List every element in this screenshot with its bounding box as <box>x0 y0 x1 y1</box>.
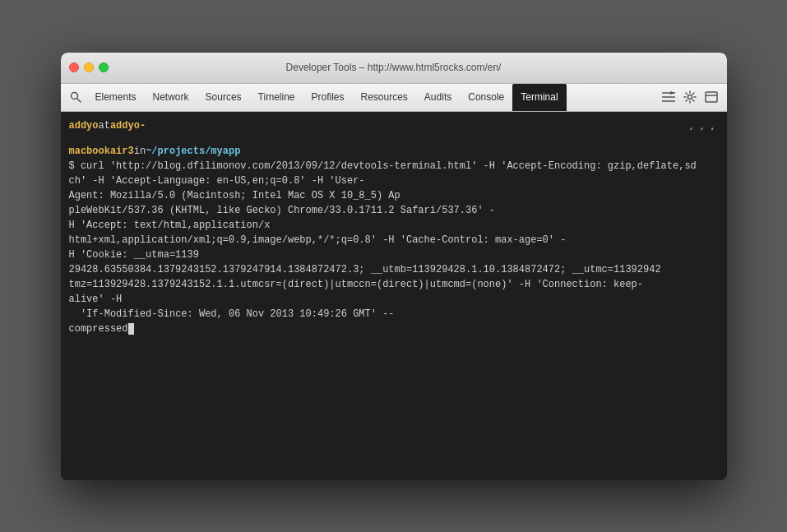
svg-line-1 <box>77 99 81 102</box>
terminal-output: $ curl 'http://blog.dfilimonov.com/2013/… <box>69 159 719 336</box>
tab-network[interactable]: Network <box>145 84 197 111</box>
tab-sources[interactable]: Sources <box>197 84 250 111</box>
hostname-cont: macbookair3 <box>69 144 134 159</box>
terminal-header: addyo at addyo- ··· <box>69 118 719 141</box>
titlebar: Developer Tools – http://www.html5rocks.… <box>61 53 727 84</box>
toolbar-right <box>660 88 720 106</box>
prompt-line-2: macbookair3 in ~/projects/myapp <box>69 144 719 159</box>
terminal-options-dots[interactable]: ··· <box>687 118 718 141</box>
close-button[interactable] <box>69 62 79 72</box>
terminal-cursor <box>128 323 134 335</box>
tab-profiles[interactable]: Profiles <box>303 84 352 111</box>
tab-timeline[interactable]: Timeline <box>250 84 303 111</box>
list-view-button[interactable] <box>660 88 678 106</box>
tab-terminal[interactable]: Terminal <box>512 84 566 111</box>
nav-tabs: Elements Network Sources Timeline Profil… <box>87 84 567 111</box>
toolbar: Elements Network Sources Timeline Profil… <box>61 84 727 112</box>
terminal-area[interactable]: addyo at addyo- ··· macbookair3 in ~/pro… <box>61 112 727 480</box>
hostname: addyo- <box>110 118 146 141</box>
tab-elements[interactable]: Elements <box>87 84 145 111</box>
svg-point-0 <box>71 93 77 99</box>
window-title: Developer Tools – http://www.html5rocks.… <box>286 62 502 73</box>
username: addyo <box>69 118 99 141</box>
current-path: ~/projects/myapp <box>146 144 240 159</box>
svg-rect-6 <box>706 92 717 102</box>
maximize-button[interactable] <box>99 62 109 72</box>
search-icon[interactable] <box>67 89 84 105</box>
devtools-window: Developer Tools – http://www.html5rocks.… <box>61 53 727 480</box>
tab-audits[interactable]: Audits <box>416 84 460 111</box>
tab-resources[interactable]: Resources <box>353 84 416 111</box>
prompt-line: addyo at addyo- <box>69 118 146 141</box>
svg-point-5 <box>687 95 692 99</box>
traffic-lights <box>69 62 109 72</box>
dock-icon[interactable] <box>702 88 720 106</box>
in-separator: in <box>134 144 146 159</box>
gear-icon[interactable] <box>681 88 699 106</box>
minimize-button[interactable] <box>84 62 94 72</box>
at-separator: at <box>99 118 110 141</box>
tab-console[interactable]: Console <box>460 84 512 111</box>
